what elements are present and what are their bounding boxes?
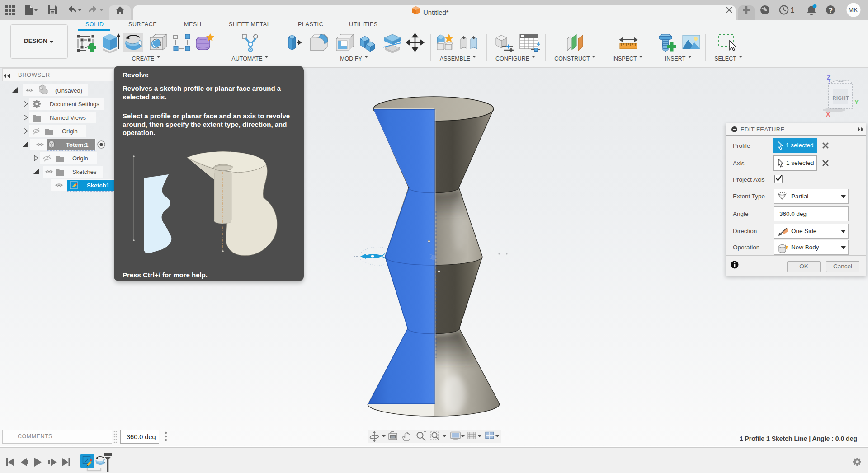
svg-text:?: ? — [828, 6, 833, 14]
svg-text:Origin: Origin — [72, 155, 88, 162]
svg-text:Totem:1: Totem:1 — [66, 141, 89, 148]
svg-text:Sketches: Sketches — [72, 169, 97, 175]
svg-text:1: 1 — [790, 6, 794, 14]
svg-text:(Unsaved): (Unsaved) — [55, 87, 82, 94]
svg-text:MK: MK — [849, 6, 859, 14]
svg-text:RIGHT: RIGHT — [833, 95, 849, 101]
svg-text:Z: Z — [827, 74, 831, 81]
svg-text:Sketch1: Sketch1 — [87, 182, 109, 189]
svg-text:Document Settings: Document Settings — [50, 101, 99, 108]
svg-text:Y: Y — [854, 98, 859, 106]
svg-text:Origin: Origin — [62, 128, 78, 135]
svg-text:X: X — [826, 111, 830, 118]
svg-text:Named Views: Named Views — [50, 114, 86, 121]
